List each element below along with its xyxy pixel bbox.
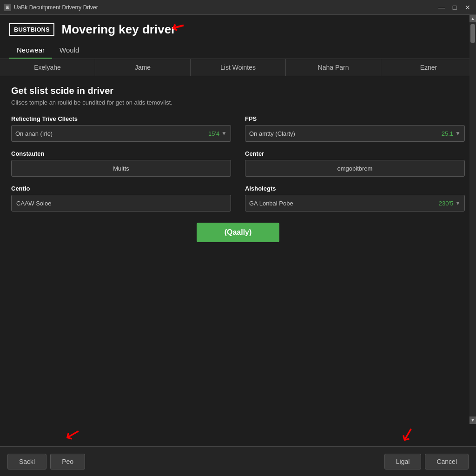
field-alsholegts: Alsholegts GA Lonbal Pobe 230'5 ▼: [245, 185, 465, 212]
peo-button[interactable]: Peo: [50, 454, 85, 469]
content-area: Get slist scide in driver Clises tomple …: [0, 76, 476, 446]
tab-would[interactable]: Would: [52, 42, 86, 59]
input-constauten[interactable]: Muitts: [11, 160, 231, 177]
apply-section: (Qaally): [11, 223, 465, 242]
footer: ↙ Sackl Peo Ligal Cancel ↙: [0, 446, 476, 476]
field-center: Center omgobitbrem: [245, 150, 465, 177]
header: BUSTBIONS Movering key driver: [0, 15, 476, 40]
scrollbar-up[interactable]: ▲: [469, 15, 476, 22]
tab-jame[interactable]: Jame: [95, 59, 191, 76]
scrollbar-down[interactable]: ▼: [469, 416, 476, 424]
tab-list-wointes[interactable]: List Wointes: [191, 59, 286, 76]
form-grid: Reficcting Trive Cllects On anan (ìrle) …: [11, 115, 465, 212]
tab-naha-parn[interactable]: Naha Parn: [286, 59, 381, 76]
input-centio-text: CAAW Soloe: [16, 200, 51, 207]
field-centio: Centio CAAW Soloe: [11, 185, 231, 212]
cancel-button[interactable]: Cancel: [425, 454, 469, 469]
logo: BUSTBIONS: [9, 23, 54, 36]
secondary-tabs: Exelyahe Jame List Wointes Naha Parn Ezn…: [0, 59, 476, 76]
input-alsholegts[interactable]: GA Lonbal Pobe 230'5 ▼: [245, 195, 465, 212]
minimize-button[interactable]: —: [437, 4, 446, 11]
input-fps[interactable]: On amtty (Clarty) 25.1 ▼: [245, 125, 465, 142]
section-desc: Clises tomple an rouild be cundited for …: [11, 99, 465, 106]
input-reficcting[interactable]: On anan (ìrle) 15'4 ▼: [11, 125, 231, 142]
section-title: Get slist scide in driver: [11, 86, 465, 96]
scrollbar: ▲ ▼: [469, 15, 476, 424]
field-fps: FPS On amtty (Clarty) 25.1 ▼: [245, 115, 465, 142]
header-title: Movering key driver: [62, 22, 176, 37]
apply-button[interactable]: (Qaally): [197, 223, 280, 242]
tab-neowear[interactable]: Neowear: [9, 42, 52, 59]
tab-exelyahe[interactable]: Exelyahe: [0, 59, 95, 76]
main-window: BUSTBIONS Movering key driver Neowear Wo…: [0, 15, 476, 476]
field-constauten: Constauten Muitts: [11, 150, 231, 177]
label-fps: FPS: [245, 115, 465, 122]
label-center: Center: [245, 150, 465, 157]
input-alsholegts-text: GA Lonbal Pobe: [249, 200, 435, 207]
app-icon: ⊞: [4, 4, 11, 11]
primary-tabs: Neowear Would: [0, 42, 476, 59]
title-bar-text: UaBk Decuitpment Driverry Driver: [14, 4, 437, 11]
window-controls: — □ ✕: [437, 4, 472, 11]
input-alsholegts-num: 230'5: [439, 200, 453, 207]
title-bar: ⊞ UaBk Decuitpment Driverry Driver — □ ✕: [0, 0, 476, 15]
dropdown-arrow-1[interactable]: ▼: [221, 130, 227, 137]
scrollbar-thumb[interactable]: [470, 24, 475, 43]
input-reficcting-text: On anan (ìrle): [15, 130, 205, 137]
label-constauten: Constauten: [11, 150, 231, 157]
label-alsholegts: Alsholegts: [245, 185, 465, 192]
input-centio[interactable]: CAAW Soloe: [11, 195, 231, 212]
dropdown-arrow-6[interactable]: ▼: [455, 200, 461, 206]
dropdown-arrow-2[interactable]: ▼: [455, 130, 461, 137]
input-reficcting-num: 15'4: [208, 130, 219, 137]
input-center-text: omgobitbrem: [337, 165, 373, 172]
input-constauten-text: Muitts: [113, 165, 129, 172]
label-centio: Centio: [11, 185, 231, 192]
tab-ezner[interactable]: Ezner: [381, 59, 476, 76]
input-center[interactable]: omgobitbrem: [245, 160, 465, 177]
label-reficcting: Reficcting Trive Cllects: [11, 115, 231, 122]
input-fps-text: On amtty (Clarty): [249, 130, 438, 137]
maximize-button[interactable]: □: [450, 4, 459, 11]
sackl-button[interactable]: Sackl: [7, 454, 46, 469]
input-fps-num: 25.1: [442, 130, 453, 137]
ligal-button[interactable]: Ligal: [384, 454, 422, 469]
close-button[interactable]: ✕: [463, 4, 472, 11]
field-reficcting: Reficcting Trive Cllects On anan (ìrle) …: [11, 115, 231, 142]
